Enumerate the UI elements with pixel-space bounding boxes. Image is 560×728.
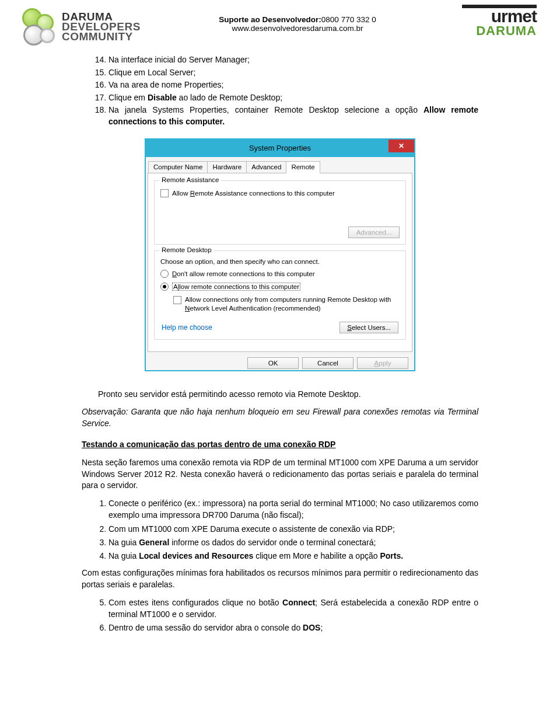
ddc-wordmark: DARUMA DEVELOPERS COMMUNITY bbox=[62, 12, 141, 41]
s2-step-6: Dentro de uma sessão do servidor abra o … bbox=[108, 622, 478, 633]
para-ready: Pronto seu servidor está permitindo aces… bbox=[82, 389, 478, 400]
rd-instruction: Choose an option, and then specify who c… bbox=[160, 258, 400, 265]
section2-intro: Nesta seção faremos uma conexão remota v… bbox=[82, 457, 478, 492]
support-label: Suporte ao Desenvolvedor: bbox=[219, 15, 321, 24]
checkbox-icon bbox=[160, 189, 169, 197]
steps-list-14-18: Na interface inicial do Server Manager; … bbox=[82, 54, 478, 128]
help-me-choose-link[interactable]: Help me choose bbox=[162, 323, 212, 332]
ddc-line3: COMMUNITY bbox=[62, 32, 141, 41]
step-17: Clique em Disable ao lado de Remote Desk… bbox=[108, 92, 478, 104]
close-icon: ✕ bbox=[398, 142, 404, 150]
tabstrip: Computer Name Hardware Advanced Remote bbox=[146, 157, 414, 173]
observation: Observação: Garanta que não haja nenhum … bbox=[82, 406, 478, 429]
group-rd-title: Remote Desktop bbox=[159, 246, 214, 253]
radio-allow[interactable]: Allow remote connections to this compute… bbox=[160, 283, 400, 291]
system-properties-dialog: System Properties ✕ Computer Name Hardwa… bbox=[145, 138, 415, 372]
group-ra-title: Remote Assistance bbox=[159, 176, 221, 183]
urmet-logo: urmet DARUMA bbox=[455, 5, 537, 37]
advanced-button[interactable]: Advanced... bbox=[348, 227, 400, 238]
tab-computer-name[interactable]: Computer Name bbox=[148, 161, 208, 173]
radio-dont-allow[interactable]: Don't allow remote connections to this c… bbox=[160, 270, 400, 278]
checkbox-icon bbox=[173, 296, 181, 304]
header-center: Suporte ao Desenvolvedor:0800 770 332 0 … bbox=[140, 5, 455, 33]
tab-advanced[interactable]: Advanced bbox=[246, 161, 286, 173]
tab-body-remote: Remote Assistance Allow Remote Assistanc… bbox=[148, 173, 412, 353]
radio-icon bbox=[160, 270, 169, 278]
support-phone: 0800 770 332 0 bbox=[321, 15, 376, 24]
checkbox-nla[interactable]: Allow connections only from computers ru… bbox=[173, 295, 400, 313]
ok-button[interactable]: OK bbox=[247, 357, 299, 369]
daruma-word: DARUMA bbox=[455, 25, 537, 37]
s2-step-4: Na guia Local devices and Resources cliq… bbox=[108, 550, 478, 562]
steps-list-5-6: Com estes itens configurados clique no b… bbox=[82, 597, 478, 634]
tab-hardware[interactable]: Hardware bbox=[207, 161, 247, 173]
s2-step-1: Conecte o periférico (ex.: impressora) n… bbox=[108, 497, 478, 521]
page-header: DARUMA DEVELOPERS COMMUNITY Suporte ao D… bbox=[23, 0, 537, 48]
section2-p2: Com estas configurações mínimas fora hab… bbox=[82, 567, 478, 590]
s2-step-3: Na guia General informe os dados do serv… bbox=[108, 537, 478, 548]
s2-step-5: Com estes itens configurados clique no b… bbox=[108, 597, 478, 621]
dialog-titlebar: System Properties ✕ bbox=[146, 140, 414, 157]
step-15: Clique em Local Server; bbox=[108, 67, 478, 79]
ddc-logo: DARUMA DEVELOPERS COMMUNITY bbox=[23, 5, 140, 48]
apply-button[interactable]: Apply bbox=[357, 357, 408, 369]
close-button[interactable]: ✕ bbox=[388, 140, 414, 152]
dialog-title: System Properties bbox=[249, 144, 311, 152]
urmet-word: urmet bbox=[455, 9, 537, 23]
group-remote-desktop: Remote Desktop Choose an option, and the… bbox=[154, 250, 406, 340]
steps-list-1-4: Conecte o periférico (ex.: impressora) n… bbox=[82, 497, 478, 562]
s2-step-2: Com um MT1000 com XPE Daruma execute o a… bbox=[108, 523, 478, 535]
ddc-circles-icon bbox=[23, 9, 58, 44]
select-users-button[interactable]: Select Users... bbox=[340, 322, 398, 333]
tab-remote[interactable]: Remote bbox=[286, 161, 320, 173]
dialog-buttons: OK Cancel Apply bbox=[146, 354, 414, 370]
step-16: Va na area de nome Properties; bbox=[108, 79, 478, 91]
checkbox-allow-remote-assistance[interactable]: Allow Remote Assistance connections to t… bbox=[160, 189, 400, 197]
group-remote-assistance: Remote Assistance Allow Remote Assistanc… bbox=[154, 180, 406, 245]
cancel-button[interactable]: Cancel bbox=[302, 357, 354, 369]
step-14: Na interface inicial do Server Manager; bbox=[108, 54, 478, 66]
radio-icon bbox=[160, 283, 169, 291]
section-heading-rdptest: Testando a comunicação das portas dentro… bbox=[82, 440, 478, 449]
support-url: www.desenvolvedoresdaruma.com.br bbox=[140, 24, 455, 33]
step-18: Na janela Systems Properties, container … bbox=[108, 105, 478, 127]
